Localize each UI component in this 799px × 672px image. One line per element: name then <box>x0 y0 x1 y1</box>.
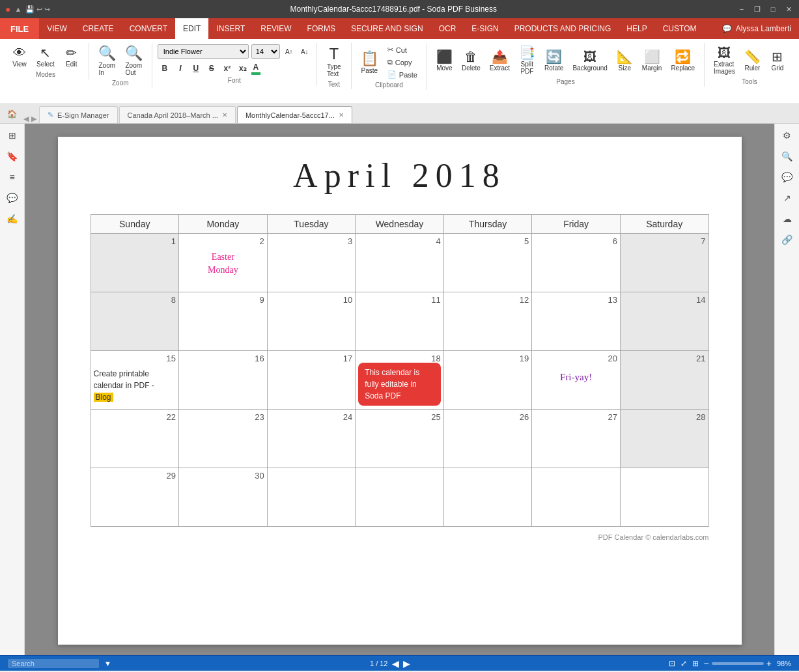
sidebar-annotations[interactable]: 💬 <box>3 189 21 207</box>
zoom-in-button[interactable]: 🔍 ZoomIn <box>94 44 120 78</box>
rotate-button[interactable]: 🔄 Rotate <box>540 48 567 74</box>
sidebar-right-settings[interactable]: ⚙ <box>778 126 796 145</box>
menu-item-file[interactable]: FILE <box>0 18 39 39</box>
zoom-out-status[interactable]: − <box>704 658 709 669</box>
menu-item-view[interactable]: VIEW <box>39 18 75 39</box>
underline-button[interactable]: U <box>189 61 203 76</box>
extract-icon: 📤 <box>492 50 508 63</box>
extract-button[interactable]: 📤 Extract <box>486 48 514 74</box>
text-group-label: Text <box>328 81 340 88</box>
subscript-button[interactable]: x₂ <box>236 61 250 76</box>
menu-item-create[interactable]: CREATE <box>75 18 122 39</box>
sidebar-right-comments[interactable]: 💬 <box>778 168 796 186</box>
sidebar-bookmarks[interactable]: 🔖 <box>3 147 21 165</box>
edit-mode-button[interactable]: ✏ Edit <box>60 44 83 70</box>
quick-access: 💾 ↩ ↪ <box>25 5 50 14</box>
menu-item-help[interactable]: HELP <box>619 18 654 39</box>
nav-back[interactable]: ◀ <box>23 115 29 123</box>
font-grow-button[interactable]: A↑ <box>283 47 296 57</box>
nav-prev-page[interactable]: ◀ <box>392 658 399 669</box>
split-pdf-button[interactable]: 📑 SplitPDF <box>515 44 539 77</box>
paste-button[interactable]: 📄 Paste <box>384 69 421 80</box>
replace-button[interactable]: 🔁 Replace <box>667 48 699 74</box>
font-size-selector[interactable]: 14 <box>251 44 280 59</box>
left-sidebar: ⊞ 🔖 ≡ 💬 ✍ <box>0 124 25 655</box>
sidebar-right-cloud[interactable]: ☁ <box>778 210 796 228</box>
layout-button[interactable]: ⊞ <box>692 659 699 668</box>
menu-item-custom[interactable]: CUSTOM <box>655 18 705 39</box>
close-button[interactable]: ✕ <box>783 4 794 14</box>
bold-button[interactable]: B <box>158 61 172 76</box>
tab-canada-calendar[interactable]: Canada April 2018–March ... ✕ <box>119 106 236 123</box>
menu-item-products[interactable]: PRODUCTS AND PRICING <box>507 18 619 39</box>
strikethrough-button[interactable]: S <box>204 61 219 76</box>
sidebar-right-share[interactable]: ↗ <box>778 189 796 207</box>
menu-item-ocr[interactable]: OCR <box>431 18 464 39</box>
minimize-button[interactable]: − <box>736 4 747 14</box>
document-page: April 2018 Sunday Monday Tuesday Wednesd… <box>58 137 742 645</box>
size-button[interactable]: 📐 Size <box>613 48 637 74</box>
zoom-out-button[interactable]: 🔍 ZoomOut <box>121 44 147 78</box>
cal-cell-empty-2 <box>356 468 444 527</box>
menu-item-secure[interactable]: SECURE AND SIGN <box>343 18 431 39</box>
sidebar-signatures[interactable]: ✍ <box>3 210 21 228</box>
table-row: 29 30 <box>91 468 708 527</box>
zoom-slider[interactable] <box>712 662 764 665</box>
canada-tab-label: Canada April 2018–March ... <box>128 111 218 119</box>
fullscreen-button[interactable]: ⤢ <box>680 659 687 668</box>
restore-button[interactable]: ❐ <box>752 4 763 14</box>
color-button[interactable]: A <box>251 63 260 75</box>
nav-forward[interactable]: ▶ <box>31 115 36 123</box>
margin-icon: ⬜ <box>644 50 660 63</box>
sidebar-right-search[interactable]: 🔍 <box>778 147 796 165</box>
copy-button[interactable]: ⧉ Copy <box>384 57 421 68</box>
esign-tab-label: E-Sign Manager <box>57 111 109 119</box>
sidebar-right-link[interactable]: 🔗 <box>778 231 796 249</box>
menu-item-esign[interactable]: E-SIGN <box>464 18 506 39</box>
canada-tab-close[interactable]: ✕ <box>222 111 227 119</box>
menu-item-insert[interactable]: INSERT <box>208 18 253 39</box>
tab-esign-manager[interactable]: ✎ E-Sign Manager <box>39 106 118 123</box>
home-tab[interactable]: 🏠 <box>3 105 21 123</box>
select-mode-button[interactable]: ↖ Select <box>33 44 59 70</box>
font-selector[interactable]: Indie Flower <box>158 44 249 59</box>
user-name[interactable]: Alyssa Lamberti <box>736 24 791 33</box>
nav-next-page[interactable]: ▶ <box>403 658 410 669</box>
tab-monthly-calendar[interactable]: MonthlyCalendar-5accc17... ✕ <box>237 106 352 123</box>
zoom-in-status[interactable]: + <box>766 658 772 669</box>
app-icon: ● <box>5 4 10 14</box>
extract-images-button[interactable]: 🖼 ExtractImages <box>710 44 739 77</box>
maximize-button[interactable]: □ <box>768 4 778 14</box>
view-mode-button[interactable]: 👁 View <box>8 44 31 70</box>
monthly-tab-close[interactable]: ✕ <box>339 111 344 119</box>
italic-button[interactable]: I <box>173 61 188 76</box>
cut-label: Cut <box>396 46 407 54</box>
margin-button[interactable]: ⬜ Margin <box>638 48 666 74</box>
search-input[interactable] <box>8 659 99 668</box>
move-button[interactable]: ⬛ Move <box>432 48 456 74</box>
menu-item-convert[interactable]: CONVERT <box>122 18 175 39</box>
clipboard-group-label: Clipboard <box>375 81 403 89</box>
paste-label: Paste <box>399 71 417 79</box>
cut-icon: ✂ <box>387 46 393 54</box>
cut-button[interactable]: ✂ Cut <box>384 44 421 55</box>
menu-item-forms[interactable]: FORMS <box>300 18 343 39</box>
replace-label: Replace <box>671 64 695 72</box>
search-arrow[interactable]: ▼ <box>104 660 111 667</box>
grid-button[interactable]: ⊞ Grid <box>766 48 789 74</box>
background-button[interactable]: 🖼 Background <box>568 48 611 74</box>
blog-link[interactable]: Blog <box>94 393 113 402</box>
extract-images-icon: 🖼 <box>718 46 731 59</box>
paste-big-label: Paste <box>361 67 378 74</box>
type-text-button[interactable]: T TypeText <box>322 44 346 79</box>
menu-item-review[interactable]: REVIEW <box>253 18 299 39</box>
superscript-button[interactable]: x² <box>220 61 234 76</box>
ruler-button[interactable]: 📏 Ruler <box>740 48 764 74</box>
font-shrink-button[interactable]: A↓ <box>298 47 311 57</box>
paste-big-button[interactable]: 📋 Paste <box>357 48 382 76</box>
menu-item-edit[interactable]: EDIT <box>175 18 208 39</box>
sidebar-layers[interactable]: ≡ <box>3 168 21 186</box>
fit-page-button[interactable]: ⊡ <box>669 659 675 668</box>
delete-button[interactable]: 🗑 Delete <box>458 48 484 74</box>
sidebar-thumbnails[interactable]: ⊞ <box>3 126 21 145</box>
